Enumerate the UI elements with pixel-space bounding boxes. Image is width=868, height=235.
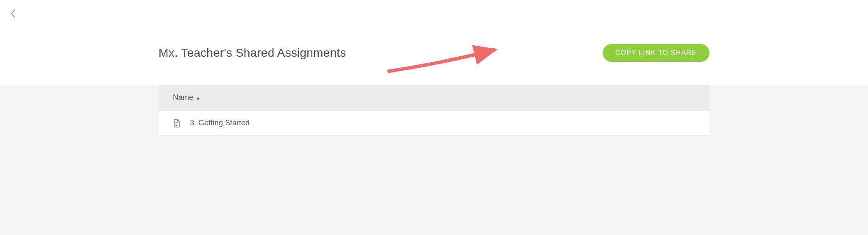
page-title: Mx. Teacher's Shared Assignments <box>159 46 346 60</box>
chevron-left-icon <box>10 9 16 18</box>
back-button[interactable] <box>10 9 16 18</box>
column-header-name[interactable]: Name ▲ <box>173 93 200 102</box>
page-header-row: Mx. Teacher's Shared Assignments COPY LI… <box>159 44 709 62</box>
row-label: 3. Getting Started <box>190 119 250 127</box>
table-row[interactable]: 3. Getting Started <box>159 111 709 135</box>
top-bar <box>0 0 868 27</box>
column-header-name-label: Name <box>173 93 193 102</box>
table-zone: Name ▲ 3. Getting Started <box>0 85 868 235</box>
copy-link-button[interactable]: COPY LINK TO SHARE <box>603 44 709 62</box>
page-header-zone: Mx. Teacher's Shared Assignments COPY LI… <box>0 27 868 85</box>
document-icon <box>173 119 181 127</box>
assignments-table: Name ▲ 3. Getting Started <box>159 85 709 135</box>
table-header: Name ▲ <box>159 85 709 111</box>
content-area: Mx. Teacher's Shared Assignments COPY LI… <box>0 27 868 235</box>
sort-ascending-icon: ▲ <box>196 95 200 100</box>
